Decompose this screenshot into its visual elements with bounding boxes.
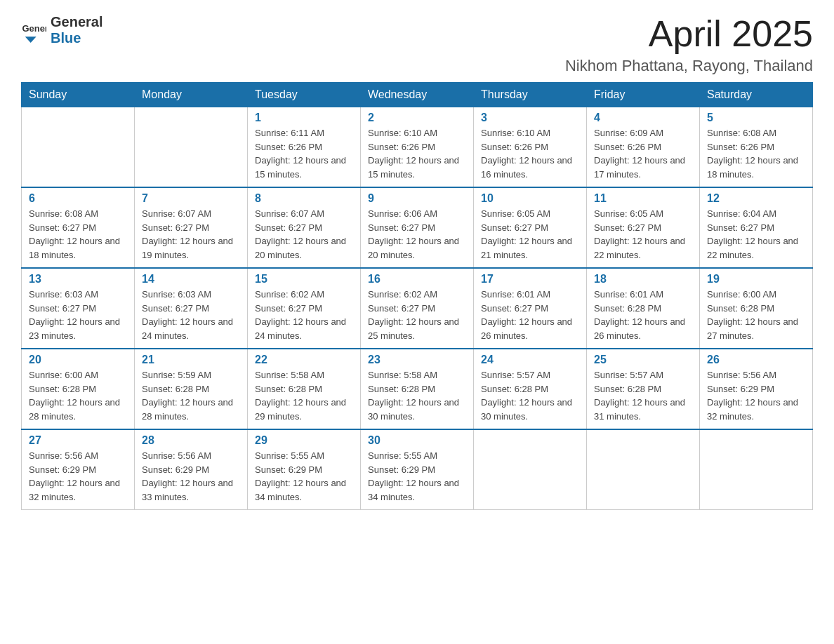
day-info: Sunrise: 5:56 AMSunset: 6:29 PMDaylight:… <box>707 368 805 423</box>
calendar-cell: 25Sunrise: 5:57 AMSunset: 6:28 PMDayligh… <box>587 349 700 429</box>
calendar-cell: 24Sunrise: 5:57 AMSunset: 6:28 PMDayligh… <box>474 349 587 429</box>
weekday-header-wednesday: Wednesday <box>361 83 474 107</box>
day-info: Sunrise: 6:02 AMSunset: 6:27 PMDaylight:… <box>255 288 353 342</box>
day-info: Sunrise: 6:10 AMSunset: 6:26 PMDaylight:… <box>481 126 579 181</box>
calendar-table: SundayMondayTuesdayWednesdayThursdayFrid… <box>21 82 813 510</box>
weekday-header-sunday: Sunday <box>22 83 135 107</box>
day-info: Sunrise: 6:03 AMSunset: 6:27 PMDaylight:… <box>142 288 240 342</box>
calendar-cell: 28Sunrise: 5:56 AMSunset: 6:29 PMDayligh… <box>135 429 248 510</box>
day-info: Sunrise: 5:55 AMSunset: 6:29 PMDaylight:… <box>368 449 466 504</box>
day-number: 27 <box>29 434 127 447</box>
day-number: 8 <box>255 192 353 205</box>
day-info: Sunrise: 5:58 AMSunset: 6:28 PMDaylight:… <box>255 368 353 423</box>
day-number: 6 <box>29 192 127 205</box>
calendar-cell: 22Sunrise: 5:58 AMSunset: 6:28 PMDayligh… <box>248 349 361 429</box>
calendar-cell: 14Sunrise: 6:03 AMSunset: 6:27 PMDayligh… <box>135 268 248 349</box>
day-info: Sunrise: 6:08 AMSunset: 6:27 PMDaylight:… <box>29 207 127 262</box>
location-subtitle: Nikhom Phattana, Rayong, Thailand <box>565 57 813 75</box>
calendar-week-row: 20Sunrise: 6:00 AMSunset: 6:28 PMDayligh… <box>22 349 813 429</box>
day-info: Sunrise: 6:09 AMSunset: 6:26 PMDaylight:… <box>594 126 692 181</box>
day-number: 19 <box>707 273 805 286</box>
day-number: 4 <box>594 112 692 124</box>
logo: General General Blue <box>21 14 102 46</box>
logo-general-text: General <box>51 14 102 30</box>
day-info: Sunrise: 6:03 AMSunset: 6:27 PMDaylight:… <box>29 288 127 342</box>
day-info: Sunrise: 6:07 AMSunset: 6:27 PMDaylight:… <box>142 207 240 262</box>
weekday-header-friday: Friday <box>587 83 700 107</box>
day-number: 3 <box>481 112 579 124</box>
calendar-cell: 19Sunrise: 6:00 AMSunset: 6:28 PMDayligh… <box>700 268 813 349</box>
weekday-header-thursday: Thursday <box>474 83 587 107</box>
day-number: 17 <box>481 273 579 286</box>
calendar-week-row: 27Sunrise: 5:56 AMSunset: 6:29 PMDayligh… <box>22 429 813 510</box>
day-number: 13 <box>29 273 127 286</box>
calendar-cell: 9Sunrise: 6:06 AMSunset: 6:27 PMDaylight… <box>361 187 474 268</box>
day-info: Sunrise: 6:11 AMSunset: 6:26 PMDaylight:… <box>255 126 353 181</box>
calendar-cell: 5Sunrise: 6:08 AMSunset: 6:26 PMDaylight… <box>700 107 813 188</box>
month-title: April 2025 <box>565 14 813 54</box>
day-number: 23 <box>368 354 466 366</box>
calendar-cell: 3Sunrise: 6:10 AMSunset: 6:26 PMDaylight… <box>474 107 587 188</box>
calendar-cell: 15Sunrise: 6:02 AMSunset: 6:27 PMDayligh… <box>248 268 361 349</box>
day-number: 21 <box>142 354 240 366</box>
day-number: 20 <box>29 354 127 366</box>
svg-text:General: General <box>22 23 46 34</box>
day-info: Sunrise: 5:57 AMSunset: 6:28 PMDaylight:… <box>594 368 692 423</box>
day-info: Sunrise: 5:58 AMSunset: 6:28 PMDaylight:… <box>368 368 466 423</box>
day-number: 16 <box>368 273 466 286</box>
calendar-cell: 17Sunrise: 6:01 AMSunset: 6:27 PMDayligh… <box>474 268 587 349</box>
calendar-cell: 7Sunrise: 6:07 AMSunset: 6:27 PMDaylight… <box>135 187 248 268</box>
day-info: Sunrise: 5:56 AMSunset: 6:29 PMDaylight:… <box>142 449 240 504</box>
calendar-cell: 12Sunrise: 6:04 AMSunset: 6:27 PMDayligh… <box>700 187 813 268</box>
calendar-cell: 23Sunrise: 5:58 AMSunset: 6:28 PMDayligh… <box>361 349 474 429</box>
day-number: 29 <box>255 434 353 447</box>
calendar-cell: 26Sunrise: 5:56 AMSunset: 6:29 PMDayligh… <box>700 349 813 429</box>
day-number: 2 <box>368 112 466 124</box>
day-info: Sunrise: 6:00 AMSunset: 6:28 PMDaylight:… <box>29 368 127 423</box>
day-number: 9 <box>368 192 466 205</box>
calendar-cell <box>22 107 135 188</box>
weekday-header-saturday: Saturday <box>700 83 813 107</box>
calendar-week-row: 13Sunrise: 6:03 AMSunset: 6:27 PMDayligh… <box>22 268 813 349</box>
calendar-cell: 16Sunrise: 6:02 AMSunset: 6:27 PMDayligh… <box>361 268 474 349</box>
weekday-header-monday: Monday <box>135 83 248 107</box>
day-number: 5 <box>707 112 805 124</box>
day-number: 25 <box>594 354 692 366</box>
day-number: 1 <box>255 112 353 124</box>
day-info: Sunrise: 6:08 AMSunset: 6:26 PMDaylight:… <box>707 126 805 181</box>
day-number: 26 <box>707 354 805 366</box>
calendar-cell: 6Sunrise: 6:08 AMSunset: 6:27 PMDaylight… <box>22 187 135 268</box>
calendar-cell: 2Sunrise: 6:10 AMSunset: 6:26 PMDaylight… <box>361 107 474 188</box>
calendar-cell <box>474 429 587 510</box>
day-number: 7 <box>142 192 240 205</box>
calendar-cell: 8Sunrise: 6:07 AMSunset: 6:27 PMDaylight… <box>248 187 361 268</box>
day-number: 30 <box>368 434 466 447</box>
calendar-cell: 20Sunrise: 6:00 AMSunset: 6:28 PMDayligh… <box>22 349 135 429</box>
day-info: Sunrise: 6:01 AMSunset: 6:27 PMDaylight:… <box>481 288 579 342</box>
day-number: 28 <box>142 434 240 447</box>
weekday-header-tuesday: Tuesday <box>248 83 361 107</box>
calendar-cell: 13Sunrise: 6:03 AMSunset: 6:27 PMDayligh… <box>22 268 135 349</box>
day-info: Sunrise: 6:04 AMSunset: 6:27 PMDaylight:… <box>707 207 805 262</box>
day-info: Sunrise: 6:02 AMSunset: 6:27 PMDaylight:… <box>368 288 466 342</box>
calendar-cell: 27Sunrise: 5:56 AMSunset: 6:29 PMDayligh… <box>22 429 135 510</box>
day-info: Sunrise: 6:05 AMSunset: 6:27 PMDaylight:… <box>594 207 692 262</box>
day-info: Sunrise: 5:57 AMSunset: 6:28 PMDaylight:… <box>481 368 579 423</box>
day-info: Sunrise: 6:10 AMSunset: 6:26 PMDaylight:… <box>368 126 466 181</box>
generalblue-logo-icon: General <box>21 18 46 43</box>
calendar-week-row: 1Sunrise: 6:11 AMSunset: 6:26 PMDaylight… <box>22 107 813 188</box>
calendar-cell: 4Sunrise: 6:09 AMSunset: 6:26 PMDaylight… <box>587 107 700 188</box>
calendar-week-row: 6Sunrise: 6:08 AMSunset: 6:27 PMDaylight… <box>22 187 813 268</box>
weekday-header-row: SundayMondayTuesdayWednesdayThursdayFrid… <box>22 83 813 107</box>
day-info: Sunrise: 5:56 AMSunset: 6:29 PMDaylight:… <box>29 449 127 504</box>
day-info: Sunrise: 6:05 AMSunset: 6:27 PMDaylight:… <box>481 207 579 262</box>
day-info: Sunrise: 5:59 AMSunset: 6:28 PMDaylight:… <box>142 368 240 423</box>
day-number: 24 <box>481 354 579 366</box>
calendar-cell <box>587 429 700 510</box>
calendar-cell: 30Sunrise: 5:55 AMSunset: 6:29 PMDayligh… <box>361 429 474 510</box>
day-info: Sunrise: 6:00 AMSunset: 6:28 PMDaylight:… <box>707 288 805 342</box>
day-info: Sunrise: 5:55 AMSunset: 6:29 PMDaylight:… <box>255 449 353 504</box>
calendar-cell <box>700 429 813 510</box>
svg-marker-1 <box>25 36 37 43</box>
calendar-cell: 10Sunrise: 6:05 AMSunset: 6:27 PMDayligh… <box>474 187 587 268</box>
